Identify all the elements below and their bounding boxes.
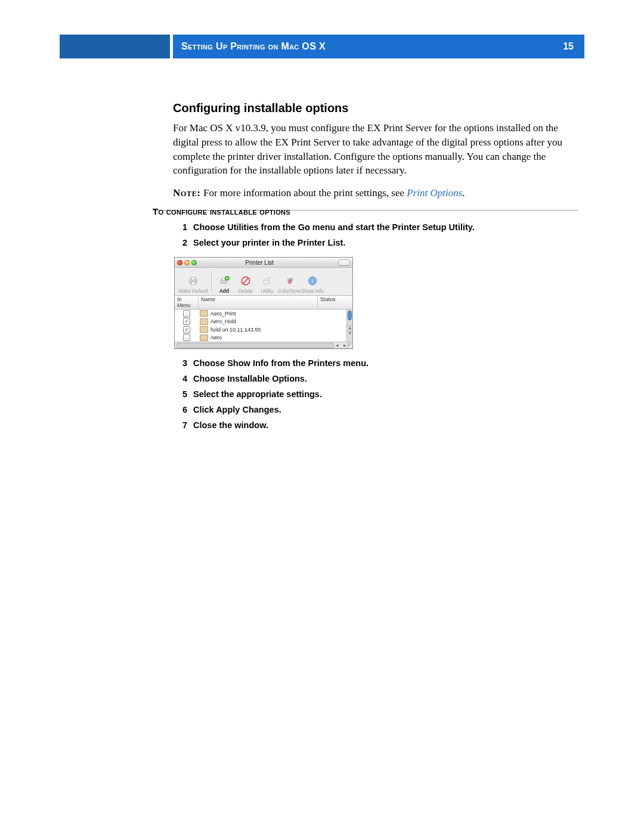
printer-small-icon <box>200 318 208 325</box>
toolbar-label: Add <box>219 288 230 294</box>
hscroll-arrows[interactable]: ◂▸ <box>336 342 346 348</box>
toolbar-label: Make Default <box>178 288 208 294</box>
step-text: Select your printer in the Printer List. <box>193 238 578 247</box>
make-default-button[interactable]: Make Default <box>177 274 209 294</box>
scroll-down-icon[interactable]: ▾ <box>347 330 352 336</box>
scroll-right-icon[interactable]: ▸ <box>343 342 346 348</box>
colorsync-icon <box>283 274 296 287</box>
info-icon: i <box>306 274 319 287</box>
vertical-scrollbar[interactable]: ▴ ▾ <box>346 309 352 342</box>
header-page-number: 15 <box>563 41 574 52</box>
printer-name: Aero_Print <box>210 311 236 317</box>
content-column: Configuring installable options For Mac … <box>173 101 578 222</box>
svg-rect-2 <box>191 282 196 284</box>
header-title: Setting Up Printing on Mac OS X <box>181 41 326 52</box>
resize-handle-icon[interactable] <box>347 343 352 348</box>
printer-name: Aero_Hold <box>210 318 236 324</box>
toolbar-label: Utility <box>261 288 274 294</box>
checkbox-icon[interactable] <box>183 318 190 325</box>
step-text: Choose Show Info from the Printers menu. <box>193 358 578 368</box>
step-number: 3 <box>174 358 187 368</box>
step-4: 4 Choose Installable Options. <box>174 374 578 383</box>
step-3: 3 Choose Show Info from the Printers men… <box>174 358 578 368</box>
section-body: For Mac OS X v10.3.9, you must configure… <box>173 121 578 178</box>
checkbox-icon[interactable] <box>183 326 190 333</box>
list-item[interactable]: hold on 10.11.143.55 <box>175 326 352 334</box>
scroll-thumb[interactable] <box>348 311 352 320</box>
step-number: 2 <box>174 238 187 247</box>
note-label: Note: <box>173 187 201 199</box>
step-text: Choose Installable Options. <box>193 374 578 383</box>
delete-icon <box>239 274 252 287</box>
note-body: For more information about the print set… <box>201 187 407 199</box>
colorsync-button[interactable]: ColorSync <box>278 274 301 294</box>
step-text: Close the window. <box>193 420 578 430</box>
printer-list-screenshot: Printer List Make Default <box>174 257 353 349</box>
printer-small-icon <box>200 335 208 341</box>
scroll-up-icon[interactable]: ▴ <box>347 325 352 330</box>
step-1: 1 Choose Utilities from the Go menu and … <box>174 222 578 232</box>
utility-icon <box>261 274 274 287</box>
col-in-menu[interactable]: In Menu <box>175 296 199 309</box>
step-number: 7 <box>174 420 187 430</box>
procedure-area: To configure installable options 1 Choos… <box>153 206 578 436</box>
printer-name: Aero <box>210 335 222 340</box>
step-text: Choose Utilities from the Go menu and st… <box>193 222 578 232</box>
svg-rect-8 <box>264 280 270 284</box>
step-6: 6 Click Apply Changes. <box>174 405 578 414</box>
section-heading: Configuring installable options <box>173 101 578 115</box>
note-tail: . <box>462 187 465 199</box>
col-name[interactable]: Name <box>199 296 318 309</box>
step-5: 5 Select the appropriate settings. <box>174 389 578 399</box>
toolbar-label: Show Info <box>301 288 324 294</box>
printer-name: hold on 10.11.143.55 <box>210 327 261 333</box>
step-number: 6 <box>174 405 187 414</box>
step-text: Click Apply Changes. <box>193 405 578 414</box>
toolbar-separator <box>211 271 212 292</box>
show-info-button[interactable]: i Show Info <box>301 274 324 294</box>
print-options-link[interactable]: Print Options <box>407 187 462 199</box>
step-7: 7 Close the window. <box>174 420 578 430</box>
step-number: 5 <box>174 389 187 399</box>
add-button[interactable]: Add <box>213 274 235 294</box>
utility-button[interactable]: Utility <box>256 274 278 294</box>
note-paragraph: Note: For more information about the pri… <box>173 186 578 200</box>
col-status[interactable]: Status <box>318 296 352 309</box>
header-band: Setting Up Printing on Mac OS X 15 <box>173 35 584 58</box>
svg-point-11 <box>287 280 292 284</box>
toolbar-label: ColorSync <box>278 288 301 294</box>
svg-rect-4 <box>222 278 225 280</box>
mock-bottom-bar: ◂▸ <box>175 342 352 348</box>
mock-column-headers: In Menu Name Status <box>175 296 352 309</box>
procedure-title: To configure installable options <box>153 206 578 216</box>
list-item[interactable]: Aero_Print <box>175 309 352 318</box>
mock-toolbar: Make Default Add Delete <box>175 268 352 296</box>
delete-button[interactable]: Delete <box>235 274 256 294</box>
checkbox-icon[interactable] <box>183 334 190 341</box>
step-number: 1 <box>174 222 187 232</box>
scroll-left-icon[interactable]: ◂ <box>336 342 339 348</box>
list-item[interactable]: Aero <box>175 334 352 342</box>
toolbar-label: Delete <box>239 288 253 294</box>
mock-window-title: Printer List <box>181 259 338 266</box>
printer-small-icon <box>200 326 208 333</box>
mock-titlebar: Printer List <box>175 258 352 268</box>
mock-list: Aero_Print Aero_Hold hold on 10.11.143.5… <box>175 309 352 342</box>
printer-small-icon <box>200 310 208 317</box>
step-2: 2 Select your printer in the Printer Lis… <box>174 238 578 247</box>
add-printer-icon <box>218 274 231 287</box>
header-accent-left <box>60 35 170 58</box>
toolbar-toggle-icon[interactable] <box>338 259 350 266</box>
step-text: Select the appropriate settings. <box>193 389 578 399</box>
mock-window: Printer List Make Default <box>174 257 353 349</box>
checkbox-icon[interactable] <box>183 310 190 317</box>
svg-line-7 <box>243 278 248 283</box>
printer-icon <box>187 274 200 287</box>
list-item[interactable]: Aero_Hold <box>175 318 352 326</box>
step-number: 4 <box>174 374 187 383</box>
page: Setting Up Printing on Mac OS X 15 Confi… <box>0 0 644 833</box>
svg-rect-1 <box>191 277 196 280</box>
horizontal-scrollbar[interactable] <box>176 343 335 348</box>
